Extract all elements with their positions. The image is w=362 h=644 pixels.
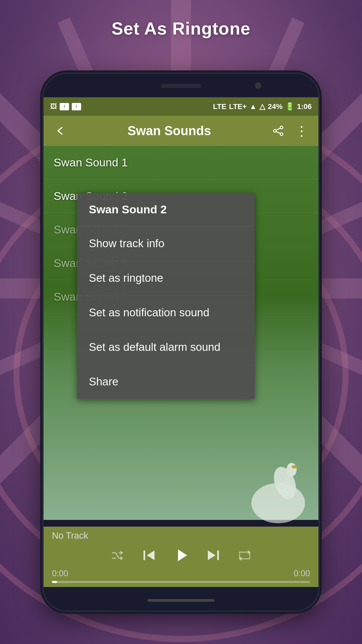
svg-line-20: [276, 128, 281, 130]
page-title: Set As Ringtone: [0, 18, 362, 39]
battery-icon: 🔋: [285, 102, 294, 111]
svg-rect-27: [217, 550, 219, 560]
context-menu: Swan Sound 2 Show track info Set as ring…: [77, 193, 255, 399]
time-display: 1:06: [297, 102, 312, 111]
more-options-button[interactable]: ⋮: [293, 122, 310, 139]
play-button[interactable]: [172, 546, 190, 565]
context-menu-show-track[interactable]: Show track info: [77, 226, 255, 261]
svg-point-24: [287, 463, 297, 476]
back-button[interactable]: [52, 122, 69, 139]
status-left-icons: 🖼 ! !: [50, 103, 81, 110]
svg-rect-26: [143, 550, 145, 560]
song-item-1[interactable]: Swan Sound 1: [44, 146, 318, 179]
notification-icon-2: !: [60, 103, 69, 110]
svg-line-21: [276, 131, 281, 133]
signal-icon-2: △: [259, 102, 265, 111]
swan-silhouette: [245, 436, 312, 537]
player-progress-bar[interactable]: [52, 581, 310, 583]
time-start: 0:00: [52, 569, 68, 578]
content-area: Swan Sound 1 Swan Sound 2 Swan Sound 3 S…: [44, 146, 318, 587]
player-bar: No Track: [44, 527, 318, 587]
phone-bottom-bar: [44, 590, 318, 610]
phone-top-area: [44, 74, 318, 97]
repeat-button[interactable]: [236, 546, 254, 565]
lte2-label: LTE+: [229, 102, 247, 111]
notification-icon-3: !: [72, 103, 81, 110]
player-progress-fill: [52, 581, 57, 583]
time-end: 0:00: [294, 569, 310, 578]
phone-camera: [255, 82, 261, 89]
context-menu-title: Swan Sound 2: [77, 193, 255, 226]
home-indicator: [147, 599, 215, 602]
context-menu-set-ringtone[interactable]: Set as ringtone: [77, 261, 255, 296]
player-controls: [44, 543, 318, 568]
context-menu-set-alarm[interactable]: Set as default alarm sound: [77, 330, 255, 365]
next-button[interactable]: [204, 546, 222, 565]
context-menu-share[interactable]: Share: [77, 365, 255, 399]
svg-point-17: [280, 126, 283, 129]
status-bar: 🖼 ! ! LTE LTE+ ▲ △ 24% 🔋 1:06: [44, 97, 318, 116]
player-time-row: 0:00 0:00: [44, 568, 318, 581]
notification-icon-1: 🖼: [50, 103, 57, 110]
toolbar: Swan Sounds ⋮: [44, 116, 318, 146]
context-menu-set-notification[interactable]: Set as notification sound: [77, 296, 255, 330]
phone-speaker: [161, 84, 201, 88]
prev-button[interactable]: [140, 546, 159, 565]
toolbar-title: Swan Sounds: [75, 124, 263, 138]
svg-point-19: [274, 129, 276, 132]
status-right-info: LTE LTE+ ▲ △ 24% 🔋 1:06: [213, 102, 312, 111]
battery-percent: 24%: [268, 102, 283, 111]
shuffle-button[interactable]: [108, 546, 127, 565]
lte-label: LTE: [213, 102, 226, 111]
svg-point-25: [292, 465, 297, 469]
share-button[interactable]: [270, 122, 287, 139]
player-track-name: No Track: [44, 527, 318, 543]
svg-point-18: [280, 133, 283, 136]
signal-icon: ▲: [249, 102, 257, 111]
phone-mockup: 🖼 ! ! LTE LTE+ ▲ △ 24% 🔋 1:06 Swan Sound…: [44, 74, 318, 610]
